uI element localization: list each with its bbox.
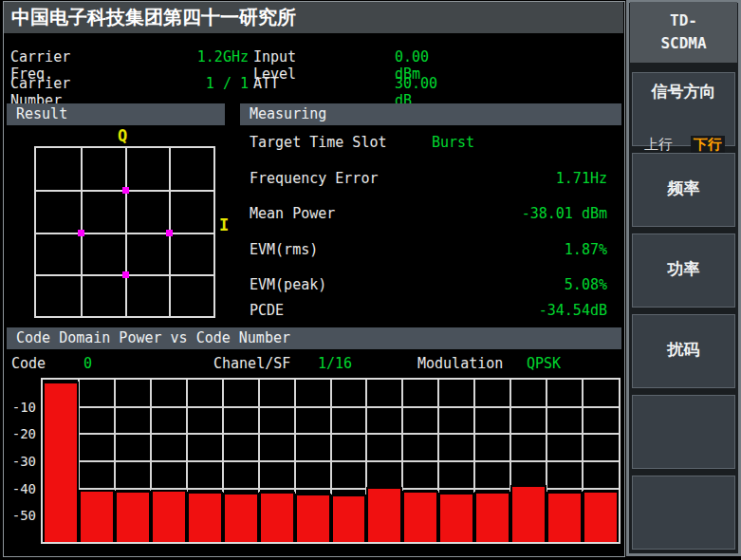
code-info-label: Code <box>11 355 46 372</box>
softkey-label: 频率 <box>633 154 734 224</box>
carrier-freq-value: 1.2GHz <box>133 48 249 65</box>
cdp-ytick-label: -50 <box>4 508 36 523</box>
code-info-value: 1/16 <box>318 355 352 372</box>
cdp-bar <box>583 491 619 542</box>
measuring-row-label: Target Time Slot <box>250 134 387 151</box>
measuring-row-value: 5.08% <box>240 276 607 293</box>
option-下行[interactable]: 下行 <box>691 136 725 154</box>
cdp-bar <box>115 491 151 542</box>
cdp-bar <box>546 492 583 542</box>
measuring-row-value: -34.54dB <box>240 302 607 319</box>
cdp-bar <box>43 382 79 542</box>
mode-title-td-scdma: TD- SCDMA <box>630 2 737 63</box>
constellation-point <box>78 230 84 236</box>
softkey-label: 扰码 <box>633 315 734 385</box>
cdp-bar <box>402 491 438 542</box>
softkey-button-扰码[interactable]: 扰码 <box>632 314 735 388</box>
constellation-diagram <box>34 146 215 318</box>
cdp-bar <box>151 490 187 542</box>
constellation-point <box>166 230 173 236</box>
measuring-row-value: 1.87% <box>240 241 607 258</box>
mode-title-line1: TD- <box>670 11 697 29</box>
mode-title-line2: SCDMA <box>660 34 706 52</box>
cdp-ytick-label: -30 <box>4 454 36 469</box>
constellation-gridline <box>36 233 213 234</box>
softkey-label: 功率 <box>633 234 734 305</box>
code-domain-power-chart <box>41 378 621 544</box>
code-domain-section-header: Code Domain Power vs Code Number <box>7 327 621 349</box>
code-info-value: 0 <box>83 355 92 372</box>
option-上行[interactable]: 上行 <box>644 136 673 154</box>
cdp-bar <box>259 492 295 542</box>
softkey-button-blank-5[interactable] <box>632 476 735 550</box>
cdp-bars <box>43 380 619 542</box>
cdp-bar <box>331 495 367 542</box>
code-info-value: QPSK <box>527 355 561 372</box>
constellation-q-axis-label: Q <box>118 126 127 145</box>
softkey-label: 信号方向 <box>633 81 734 103</box>
softkey-button-功率[interactable]: 功率 <box>632 233 735 308</box>
cdp-ytick-label: -40 <box>4 481 36 496</box>
measuring-row-value: 1.71Hz <box>240 170 607 187</box>
result-section-header: Result <box>7 103 225 125</box>
code-info-label: Modulation <box>417 355 503 372</box>
cdp-bar <box>187 492 223 542</box>
analyzer-screen: 中国电子科技集团第四十一研究所 Carrier Freq. 1.2GHz Inp… <box>0 0 741 560</box>
constellation-point <box>122 187 129 194</box>
cdp-bar <box>295 494 331 542</box>
page-title: 中国电子科技集团第四十一研究所 <box>4 2 623 33</box>
cdp-bar <box>438 493 474 543</box>
cdp-ytick-label: -20 <box>4 426 36 441</box>
constellation-i-axis-label: I <box>219 215 229 234</box>
carrier-number-value: 1 / 1 <box>133 75 249 92</box>
constellation-point <box>122 271 129 278</box>
cdp-bar <box>223 493 259 542</box>
cdp-bar <box>366 487 402 542</box>
measuring-section-header: Measuring <box>240 103 621 125</box>
softkey-button-频率[interactable]: 频率 <box>632 153 735 227</box>
cdp-bar <box>474 492 510 542</box>
softkey-button-blank-4[interactable] <box>632 395 735 469</box>
cdp-ytick-label: -10 <box>4 400 36 415</box>
measuring-row-value: -38.01 dBm <box>240 205 607 222</box>
softkey-button-信号方向[interactable]: 信号方向上行下行 <box>632 72 735 146</box>
cdp-bar <box>510 485 546 542</box>
code-info-label: Chanel/SF <box>213 355 290 372</box>
measuring-row-value: Burst <box>432 134 474 151</box>
att-label: ATT <box>253 75 279 92</box>
cdp-bar <box>79 490 115 542</box>
